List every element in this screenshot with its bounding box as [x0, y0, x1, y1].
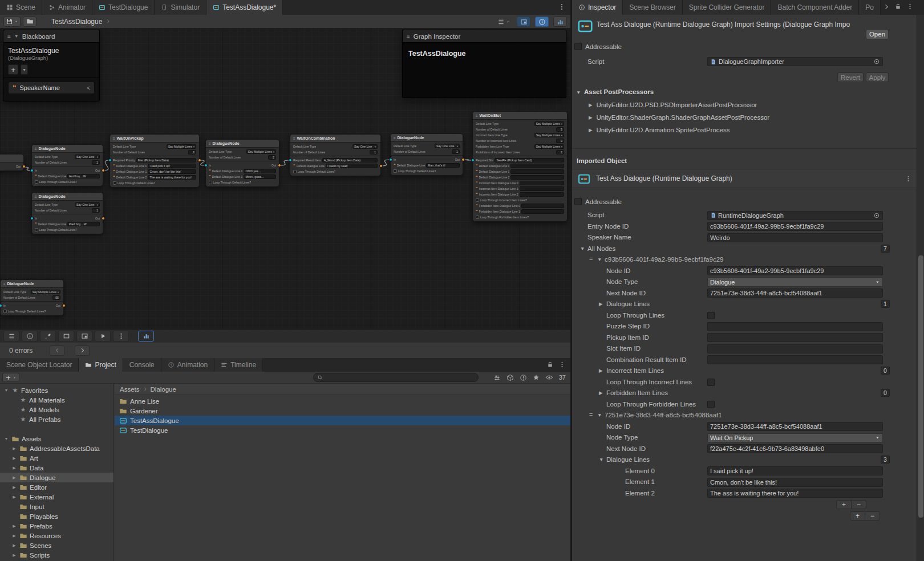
node-id-field[interactable]: 7251e73e-38d3-44ff-a8c5-bcf54088aaf1 [707, 422, 883, 431]
tree-item-addressableassetsdata[interactable]: ▶AddressableAssetsData [0, 444, 114, 453]
addressable-checkbox[interactable] [574, 198, 582, 205]
node-int-field[interactable]: 1 [452, 149, 460, 154]
inspector-tab-sprite-collider-generator[interactable]: Sprite Collider Generator [683, 0, 772, 15]
foldout-label[interactable]: Dialogue Lines [606, 300, 650, 307]
node-header[interactable]: ≡DialogueNode [1, 280, 63, 288]
tab-testdialogue[interactable]: TestDialogue [92, 0, 155, 15]
tree-item-resources[interactable]: ▶Resources [0, 531, 114, 540]
postprocessor-item[interactable]: ▶UnityEditor.U2D.Animation.SpritePostPro… [589, 127, 730, 133]
node-checkbox[interactable] [113, 181, 116, 185]
bottom-tab-animation[interactable]: Animation [161, 358, 214, 372]
show-in-project-button[interactable] [23, 17, 37, 27]
node-checkbox[interactable] [35, 180, 38, 184]
node-checkbox[interactable] [209, 181, 212, 184]
graph-node-startnode[interactable]: ≡StartNodenecklaceOut [0, 154, 24, 171]
array-size-field[interactable]: 1 [881, 300, 890, 308]
node-checkbox[interactable] [476, 198, 479, 202]
input-port[interactable] [471, 158, 475, 162]
node-text-field[interactable] [520, 181, 564, 185]
node-header[interactable]: ≡WaitOnSlot [473, 112, 567, 120]
foldout-arrow[interactable]: ▼ [599, 457, 603, 462]
object-picker-icon[interactable] [873, 58, 880, 65]
graph-options-button[interactable] [495, 17, 512, 27]
prev-error-button[interactable] [50, 345, 64, 356]
postprocessor-item[interactable]: ▶UnityEditor.ShaderGraph.ShaderGraphAsse… [589, 114, 769, 121]
output-port[interactable] [461, 158, 465, 161]
node-header[interactable]: ≡DialogueNode [32, 193, 103, 201]
breadcrumb-assets[interactable]: Assets [120, 386, 140, 393]
tree-item-all-models[interactable]: ★All Models [0, 405, 114, 414]
tree-arrow[interactable]: ▶ [11, 495, 17, 499]
array-element-header[interactable]: =▼7251e73e-38d3-44ff-a8c5-bcf54088aaf1 [572, 410, 917, 421]
create-asset-button[interactable] [2, 373, 19, 382]
node-text-field[interactable]: SeatRe (Pickup Item Card) [495, 158, 564, 162]
tree-item-art[interactable]: ▶Art [0, 453, 114, 463]
collapse-arrow-icon[interactable]: ▼ [14, 34, 19, 39]
play-toggle-button[interactable] [95, 331, 111, 342]
input-port[interactable] [204, 164, 208, 167]
foldout-arrow[interactable]: ▶ [589, 102, 593, 108]
node-int-field[interactable]: 1 [370, 150, 378, 155]
graph-node-dialoguenode[interactable]: ≡DialogueNodeDefault Line TypeSay One Li… [31, 144, 103, 186]
node-text-field[interactable]: Man, that's it! [426, 163, 460, 168]
add-property-caret[interactable]: ▾ [21, 64, 28, 75]
wrench-toggle-button[interactable] [40, 331, 56, 342]
inspector-scrollbar[interactable] [917, 15, 924, 561]
bottom-tab-timeline[interactable]: Timeline [214, 358, 263, 372]
node-dropdown[interactable]: Say One Line▾ [75, 202, 100, 207]
graph-node-waitonpickup[interactable]: ≡WaitOnPickupDefault Line TypeSay Multip… [110, 134, 200, 188]
package-visibility-icon[interactable] [506, 374, 514, 381]
postprocessor-item[interactable]: ▶UnityEditor.U2D.PSD.PSDImporterAssetPos… [589, 101, 757, 108]
graph-breadcrumb[interactable]: TestAssDialogue [51, 18, 111, 26]
tree-item-editor[interactable]: ▶Editor [0, 482, 114, 492]
search-input[interactable] [326, 374, 475, 381]
node-int-field[interactable]: 1 [92, 208, 100, 213]
combination-result-item-id-field[interactable] [707, 355, 883, 364]
node-text-field[interactable] [510, 169, 564, 174]
tree-item-all-materials[interactable]: ★All Materials [0, 395, 114, 405]
graph-node-dialoguenode[interactable]: ≡DialogueNodeDefault Line TypeSay One Li… [390, 133, 463, 176]
tree-arrow[interactable]: ▶ [11, 534, 17, 538]
info-toggle-button[interactable] [22, 331, 38, 342]
header-menu-icon[interactable] [905, 175, 912, 182]
output-port[interactable] [102, 169, 105, 172]
asset-item-anne-lise[interactable]: Anne Lise [115, 396, 570, 406]
array-size-field[interactable]: 7 [881, 245, 890, 253]
graph-inspector-header[interactable]: ≡ Graph Inspector [403, 30, 566, 43]
save-asset-button[interactable] [3, 17, 21, 27]
bottom-tabbar-menu[interactable] [558, 361, 566, 368]
asset-item-testdialogue[interactable]: TestDialogue [115, 425, 570, 435]
bottom-tab-console[interactable]: Console [123, 358, 161, 372]
kebab-toggle-button[interactable] [113, 331, 129, 342]
drag-handle-icon[interactable]: = [589, 411, 593, 418]
expand-arrow-icon[interactable]: < [87, 85, 90, 91]
foldout-arrow[interactable]: ▼ [576, 90, 581, 95]
node-int-field[interactable]: 3 [556, 139, 564, 143]
graph-node-waitonslot[interactable]: ≡WaitOnSlotDefault Line TypeSay Multiple… [472, 111, 568, 222]
tree-arrow[interactable]: ▶ [11, 543, 17, 548]
node-header[interactable]: ≡DialogueNode [32, 145, 103, 153]
remove-element-button[interactable]: − [852, 501, 866, 509]
graph-node-dialoguenode[interactable]: ≡DialogueNodeDefault Line TypeSay Multip… [0, 279, 64, 316]
tree-arrow[interactable]: ▶ [11, 456, 17, 461]
node-text-field[interactable]: I said pick it up! [148, 164, 196, 168]
scrollbar-thumb[interactable] [918, 255, 923, 518]
input-port[interactable] [389, 158, 392, 161]
blackboard-header[interactable]: ≡ ▼ Blackboard [3, 30, 99, 43]
node-text-field[interactable]: Mmm, good... [244, 174, 276, 179]
output-port[interactable] [278, 164, 281, 167]
node-id-field[interactable]: c93b5606-401f-49a2-99b5-9ecbf1fa9c29 [707, 266, 883, 275]
add-element-button[interactable]: + [837, 501, 851, 509]
input-port[interactable] [0, 304, 2, 307]
node-header[interactable]: ≡WaitOnPickup [110, 135, 199, 143]
node-checkbox[interactable] [293, 170, 297, 173]
revert-button[interactable]: Revert [837, 72, 864, 82]
node-text-field[interactable]: Hod boy,...W [67, 174, 100, 178]
bottom-tab-project[interactable]: Project [79, 358, 123, 372]
input-port[interactable] [289, 158, 292, 162]
foldout-arrow[interactable]: ▶ [599, 301, 603, 307]
foldout-arrow[interactable]: ▶ [589, 115, 593, 120]
node-int-field[interactable]: 3 [188, 150, 196, 155]
tree-arrow[interactable]: ▼ [3, 437, 9, 441]
eye-icon[interactable] [545, 373, 553, 381]
